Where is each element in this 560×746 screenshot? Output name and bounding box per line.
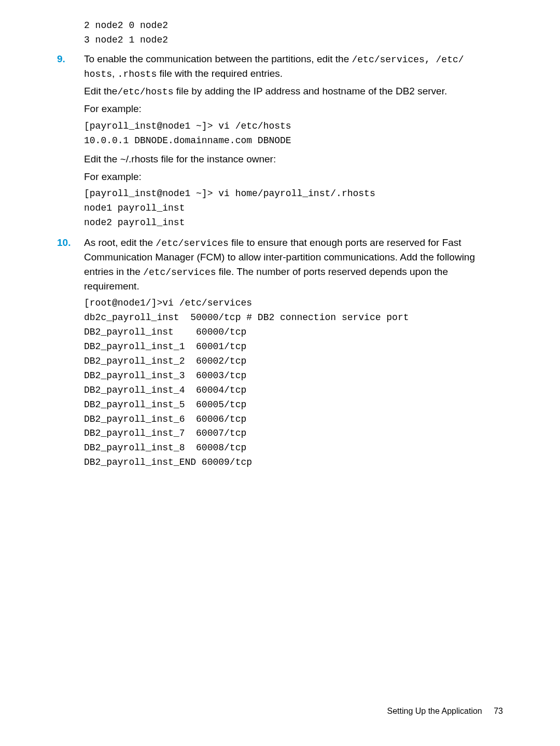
step-9-edit-hosts-pre: Edit the bbox=[84, 86, 117, 96]
step-10-code-services: [root@node1/]>vi /etc/services db2c_payr… bbox=[84, 296, 503, 470]
step-9-edit-rhosts: Edit the ~/.rhosts file for the instance… bbox=[84, 152, 503, 167]
step-9-number: 9. bbox=[57, 52, 65, 66]
step-9-intro: To enable the communication between the … bbox=[84, 52, 503, 81]
step-9-intro-code1: /etc/services, /etc/ bbox=[352, 54, 464, 65]
step-9-intro-pre: To enable the communication between the … bbox=[84, 53, 352, 64]
step-9-code-hosts: [payroll_inst@node1 ~]> vi /etc/hosts 10… bbox=[84, 119, 503, 148]
step-9: 9. To enable the communication between t… bbox=[57, 52, 503, 230]
continuation-block: 2 node2 0 node2 3 node2 1 node2 bbox=[57, 19, 503, 48]
step-9-edit-hosts: Edit the/etc/hosts file by adding the IP… bbox=[84, 84, 503, 99]
step-10-number: 10. bbox=[57, 236, 71, 250]
step-10: 10. As root, edit the /etc/services file… bbox=[57, 236, 503, 470]
footer-page-number: 73 bbox=[494, 707, 503, 715]
step-9-code-rhosts: [payroll_inst@node1 ~]> vi home/payroll_… bbox=[84, 187, 503, 230]
page-footer: Setting Up the Application 73 bbox=[387, 705, 503, 717]
step-10-intro: As root, edit the /etc/services file to … bbox=[84, 236, 503, 293]
step-9-intro-code3: .rhosts bbox=[118, 69, 157, 79]
step-9-for-example-1: For example: bbox=[84, 102, 503, 116]
step-10-intro-code2: /etc/services bbox=[143, 267, 216, 278]
step-10-intro-pre: As root, edit the bbox=[84, 237, 156, 248]
step-9-intro-code2: hosts bbox=[84, 69, 112, 79]
step-9-for-example-2: For example: bbox=[84, 170, 503, 184]
step-9-intro-mid: , bbox=[112, 68, 118, 79]
step-9-edit-hosts-code: /etc/hosts bbox=[117, 87, 173, 97]
steps-list: 9. To enable the communication between t… bbox=[57, 52, 503, 470]
page: 2 node2 0 node2 3 node2 1 node2 9. To en… bbox=[0, 0, 560, 746]
footer-section: Setting Up the Application bbox=[387, 707, 482, 715]
step-10-intro-code1: /etc/services bbox=[156, 238, 228, 248]
step-9-edit-hosts-post: file by adding the IP address and hostna… bbox=[173, 86, 447, 96]
step-9-intro-post: file with the required entries. bbox=[157, 68, 283, 79]
pre-code-block: 2 node2 0 node2 3 node2 1 node2 bbox=[84, 19, 503, 48]
